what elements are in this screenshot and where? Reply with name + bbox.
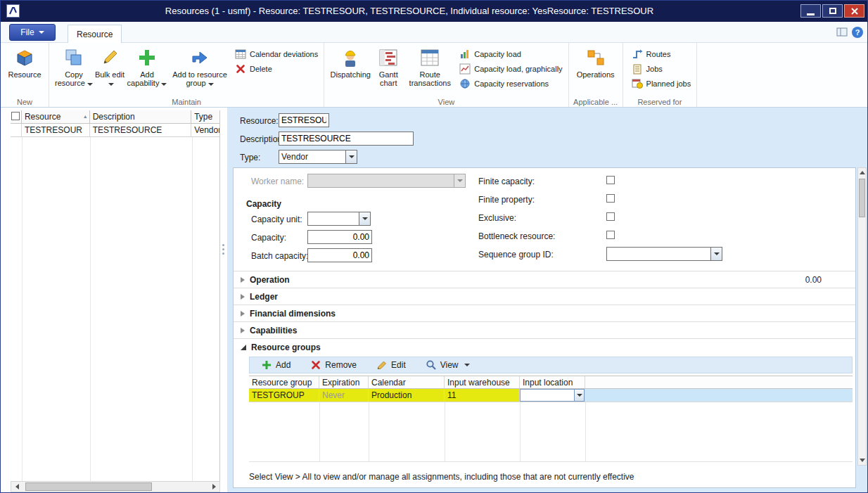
exclusive-checkbox[interactable] (606, 212, 615, 221)
planned-jobs-button[interactable]: Planned jobs (632, 78, 691, 89)
type-combo[interactable]: Vendor (279, 150, 357, 164)
column-header-label: Type (194, 112, 212, 122)
add-capability-button[interactable]: Add capability (125, 44, 169, 87)
section-operation[interactable]: Operation 0.00 (234, 271, 855, 288)
expanded-arrow-icon (241, 345, 246, 350)
scrollbar-track[interactable] (858, 177, 866, 456)
file-menu-button[interactable]: File (9, 24, 56, 41)
scrollbar-thumb[interactable] (25, 482, 152, 491)
capacity-unit-combo[interactable] (307, 212, 371, 226)
column-header-type[interactable]: Type (191, 110, 219, 124)
horizontal-scrollbar[interactable] (11, 481, 220, 492)
scrollbar-thumb[interactable] (859, 179, 865, 217)
help-icon[interactable]: ? (852, 27, 863, 38)
window-layout-icon[interactable] (836, 27, 848, 38)
gantt-chart-button[interactable]: Gantt chart (372, 44, 404, 87)
cell-resource[interactable]: TESTRESOUR (22, 124, 90, 137)
chevron-down-icon (39, 31, 44, 34)
resource-input[interactable] (279, 113, 329, 127)
combo-dropdown-button[interactable] (574, 389, 585, 402)
window-tools: ? (836, 27, 863, 38)
cell-input-warehouse[interactable]: 11 (445, 389, 520, 402)
resource-row[interactable]: TESTRESOUR TESTRESOURCE Vendor (11, 124, 219, 137)
jobs-button[interactable]: Jobs (632, 63, 691, 75)
column-header-description[interactable]: Description (90, 110, 192, 124)
scroll-left-arrow[interactable] (11, 482, 23, 492)
section-capabilities[interactable]: Capabilities (234, 321, 855, 338)
finite-capacity-checkbox[interactable] (606, 176, 615, 184)
column-header-input-location[interactable]: Input location (520, 376, 585, 388)
vertical-scrollbar[interactable] (857, 167, 867, 466)
combo-dropdown-button[interactable] (345, 150, 357, 164)
view-dropdown-button[interactable]: View (426, 359, 470, 371)
new-resource-button[interactable]: Resource (5, 44, 44, 79)
capacity-load-graphically-button[interactable]: Capacity load, graphically (459, 63, 562, 75)
column-header-expiration[interactable]: Expiration (319, 376, 369, 388)
dispatching-button[interactable]: Dispatching (328, 44, 372, 79)
select-all-checkbox[interactable] (11, 112, 20, 120)
section-financial-dimensions[interactable]: Financial dimensions (234, 305, 855, 321)
resource-group-row[interactable]: TESTGROUP Never Production 11 (249, 389, 853, 402)
column-header-input-warehouse[interactable]: Input warehouse (445, 376, 520, 388)
maximize-button[interactable] (822, 4, 843, 18)
routes-button[interactable]: Routes (632, 49, 691, 60)
row-select-cell[interactable] (11, 124, 22, 137)
input-location-combo[interactable] (520, 389, 585, 402)
capacity-reservations-button[interactable]: Capacity reservations (459, 78, 562, 89)
chevron-down-icon (457, 179, 463, 182)
section-label: Ledger (250, 292, 278, 302)
combo-dropdown-button[interactable] (359, 212, 371, 226)
add-button[interactable]: Add (261, 359, 291, 371)
bulk-edit-button[interactable]: Bulk edit (94, 44, 125, 87)
route-transactions-button[interactable]: Route transactions (404, 44, 455, 87)
batch-capacity-input[interactable] (307, 248, 372, 262)
bottleneck-resource-checkbox[interactable] (606, 231, 615, 239)
tab-resource[interactable]: Resource (68, 25, 122, 44)
remove-button[interactable]: Remove (310, 359, 357, 371)
edit-button[interactable]: Edit (376, 359, 406, 371)
pane-splitter[interactable] (220, 110, 226, 492)
cell-resource-group[interactable]: TESTGROUP (249, 389, 319, 402)
scrollbar-track[interactable] (23, 482, 208, 492)
capacity-load-button[interactable]: Capacity load (459, 49, 562, 60)
ribbon-button-label: Delete (250, 65, 272, 73)
chevron-down-icon (464, 364, 470, 366)
ribbon-button-label: Planned jobs (646, 79, 691, 88)
gantt-chart-icon (377, 46, 400, 69)
column-header-resource[interactable]: Resource ▲ (22, 110, 90, 124)
tab-label: Resource (77, 30, 113, 39)
capacity-unit-value (307, 212, 359, 226)
grid-column-line (22, 137, 23, 481)
section-ledger[interactable]: Ledger (234, 288, 855, 305)
grid-column-line (192, 137, 193, 481)
description-field-label: Description: (240, 134, 284, 144)
cell-type[interactable]: Vendor (191, 124, 219, 137)
operations-flow-icon (585, 46, 607, 69)
column-header-resource-group[interactable]: Resource group (249, 376, 319, 388)
capacity-input[interactable] (307, 230, 372, 244)
close-button[interactable] (844, 4, 864, 18)
cell-calendar[interactable]: Production (369, 389, 445, 402)
scroll-right-arrow[interactable] (208, 482, 219, 492)
sequence-group-value (606, 247, 710, 261)
operations-button[interactable]: Operations (573, 44, 618, 79)
globe-icon (459, 78, 471, 89)
cell-expiration[interactable]: Never (319, 389, 369, 402)
add-to-resource-group-button[interactable]: Add to resource group (169, 44, 231, 87)
description-input[interactable] (279, 132, 414, 146)
copy-resource-button[interactable]: Copy resource (53, 44, 94, 87)
line-chart-icon (459, 63, 471, 75)
toolbar-button-label: Add (276, 360, 291, 370)
column-header-calendar[interactable]: Calendar (369, 376, 445, 388)
sequence-group-combo[interactable] (606, 247, 722, 261)
finite-property-checkbox[interactable] (606, 194, 615, 203)
delete-button[interactable]: Delete (235, 63, 318, 75)
scroll-down-arrow[interactable] (858, 456, 866, 465)
section-resource-groups[interactable]: Resource groups (234, 338, 855, 355)
scroll-up-arrow[interactable] (858, 168, 866, 177)
minimize-button[interactable] (800, 4, 821, 18)
calendar-deviations-button[interactable]: Calendar deviations (235, 49, 318, 60)
resource-groups-footer-note: Select View > All to view and/or manage … (249, 472, 634, 482)
cell-description[interactable]: TESTRESOURCE (90, 124, 192, 137)
combo-dropdown-button[interactable] (710, 247, 722, 261)
